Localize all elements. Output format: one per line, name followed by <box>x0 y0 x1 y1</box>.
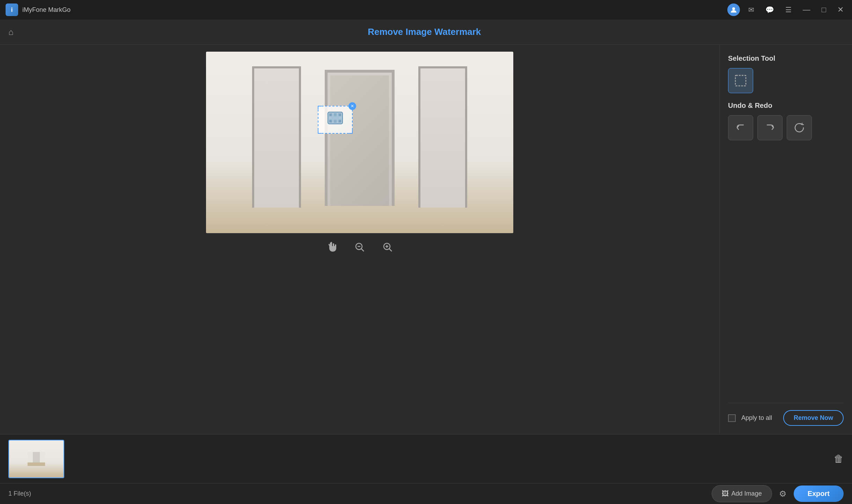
refresh-button[interactable] <box>787 115 812 140</box>
hand-tool-button[interactable] <box>323 239 340 255</box>
selection-box <box>318 106 353 134</box>
door-left <box>252 66 301 208</box>
bottom-thumbnails-strip: 🗑 <box>0 434 852 483</box>
undo-redo-label: Undo & Redo <box>728 102 844 110</box>
undo-button[interactable] <box>728 115 753 140</box>
redo-button[interactable] <box>757 115 783 140</box>
status-right: 🖼 Add Image ⚙ Export <box>712 485 844 502</box>
handle-bl[interactable] <box>318 130 321 134</box>
email-icon[interactable]: ✉ <box>746 5 757 15</box>
menu-icon[interactable]: ☰ <box>783 5 794 15</box>
add-image-button[interactable]: 🖼 Add Image <box>712 485 772 502</box>
room-image: ✕ <box>206 52 513 233</box>
door-inner <box>330 75 389 206</box>
chat-icon[interactable]: 💬 <box>763 5 777 15</box>
watermark-icon <box>326 109 344 130</box>
bottom-right-controls: 🗑 <box>834 453 844 465</box>
titlebar: i iMyFone MarkGo ✉ 💬 ☰ — □ ✕ <box>0 0 852 20</box>
selection-tool-button[interactable] <box>728 68 753 93</box>
window-controls: ✉ 💬 ☰ — □ ✕ <box>727 3 846 16</box>
apply-all-checkbox[interactable] <box>728 414 736 422</box>
status-bar: 1 File(s) 🖼 Add Image ⚙ Export <box>0 483 852 504</box>
delete-button[interactable]: 🗑 <box>834 453 844 465</box>
thumbnail-item[interactable] <box>8 440 64 478</box>
svg-rect-17 <box>735 75 746 86</box>
handle-tl[interactable] <box>318 106 321 109</box>
zoom-in-button[interactable] <box>379 239 396 255</box>
file-count-label: 1 File(s) <box>8 490 31 497</box>
header: ⌂ Remove Image Watermark <box>0 20 852 45</box>
selection-close-button[interactable]: ✕ <box>348 102 356 110</box>
zoom-out-button[interactable] <box>351 239 368 255</box>
close-button[interactable]: ✕ <box>835 5 846 15</box>
user-avatar-icon[interactable] <box>727 3 740 16</box>
svg-point-0 <box>732 7 735 10</box>
home-button[interactable]: ⌂ <box>8 27 14 37</box>
app-logo: i <box>6 3 18 16</box>
main-content: ✕ <box>0 45 852 434</box>
svg-line-12 <box>361 249 364 251</box>
door-center <box>325 70 395 206</box>
add-image-icon: 🖼 <box>722 490 729 498</box>
watermark-selection[interactable]: ✕ <box>318 106 353 134</box>
svg-rect-20 <box>28 462 45 466</box>
apply-all-label: Apply to all <box>741 414 778 422</box>
image-container[interactable]: ✕ <box>206 52 513 233</box>
export-button[interactable]: Export <box>794 486 844 502</box>
selection-tool-label: Selection Tool <box>728 54 844 62</box>
panel-bottom: Apply to all Remove Now <box>728 403 844 426</box>
app-title: iMyFone MarkGo <box>22 6 727 14</box>
minimize-button[interactable]: — <box>800 5 813 15</box>
handle-br[interactable] <box>349 130 353 134</box>
remove-now-button[interactable]: Remove Now <box>783 410 844 426</box>
image-toolbar <box>323 239 396 255</box>
door-right <box>418 66 467 208</box>
page-title: Remove Image Watermark <box>22 27 827 37</box>
add-image-label: Add Image <box>732 490 762 497</box>
thumbnail-image <box>9 440 64 477</box>
undo-redo-row <box>728 115 844 140</box>
settings-icon[interactable]: ⚙ <box>779 489 787 499</box>
canvas-area: ✕ <box>0 45 719 434</box>
svg-line-16 <box>389 249 392 251</box>
svg-rect-9 <box>331 114 339 122</box>
right-panel: Selection Tool Undo & Redo <box>719 45 852 434</box>
svg-rect-19 <box>33 452 40 462</box>
maximize-button[interactable]: □ <box>819 5 829 15</box>
